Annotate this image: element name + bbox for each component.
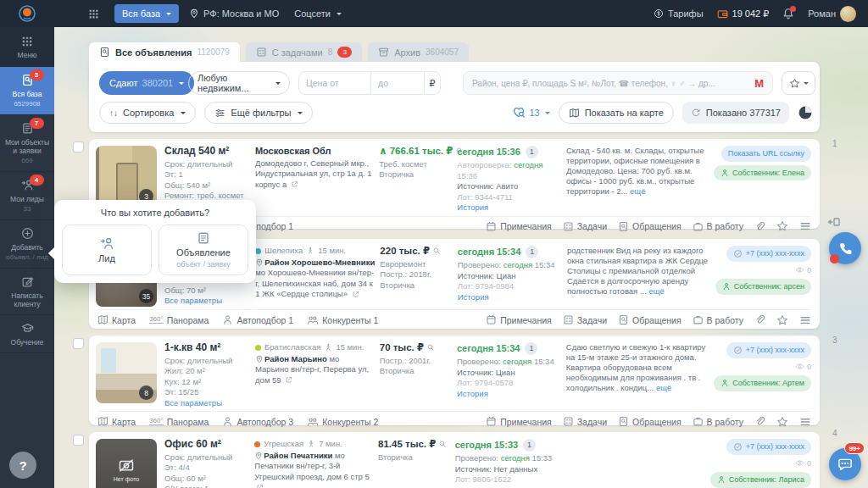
user-menu[interactable]: Роман (808, 6, 856, 22)
autoselect-link[interactable]: Автоподбор 3 (222, 416, 293, 427)
region-selector[interactable]: РФ: Москва и МО (189, 8, 279, 19)
more-link[interactable]: ещё (648, 286, 664, 296)
menu-lines-icon[interactable] (799, 416, 811, 428)
tasks-button[interactable]: Задачи (563, 416, 607, 427)
price-from-input[interactable] (299, 72, 370, 94)
add-lead-button[interactable]: Лид (62, 225, 152, 275)
more-filters-button[interactable]: Ещё фильтры (204, 102, 313, 124)
collapse-panel-icon[interactable] (827, 214, 841, 229)
sidebar-item-my-objects[interactable]: 7 Мои объекты и заявки 669 (0, 115, 54, 172)
phone-badge[interactable]: +7 (xxx) xxx-xxxx (726, 342, 811, 358)
menu-lines-icon[interactable] (799, 220, 811, 232)
notes-button[interactable]: Примечания (486, 314, 552, 325)
appeals-button[interactable]: Обращения (618, 221, 682, 232)
history-link[interactable]: История (455, 485, 487, 488)
shown-count-button[interactable]: Показано 377317 (682, 102, 789, 124)
tasks-button[interactable]: Задачи (563, 221, 607, 232)
owner-badge[interactable]: Собственник: Лариса (710, 472, 811, 488)
history-link[interactable]: История (457, 389, 488, 398)
chat-float-button[interactable]: 99+ (829, 448, 861, 480)
more-link[interactable]: ещё (656, 383, 671, 392)
metro-logo-icon[interactable]: М (754, 77, 772, 90)
listing-title[interactable]: Офис 60 м² (164, 439, 249, 450)
deal-type-dropdown[interactable]: Сдают 380201 (99, 71, 194, 95)
socials-menu[interactable]: Соцсети (294, 8, 342, 19)
saved-filters-button[interactable] (782, 71, 815, 95)
notes-button[interactable]: Примечания (486, 416, 552, 427)
competitors-link[interactable]: Конкуренты 1 (307, 314, 378, 326)
appeals-button[interactable]: Обращения (618, 416, 682, 427)
all-params-link[interactable]: Все параметры (164, 398, 222, 408)
property-type-dropdown[interactable]: Любую недвижим... (188, 71, 290, 95)
listing-checkbox[interactable] (73, 338, 84, 349)
external-link-icon[interactable] (291, 180, 298, 188)
paperclip-icon[interactable] (754, 416, 765, 427)
autoselect-link[interactable]: Автоподбор 1 (222, 314, 293, 325)
all-params-link[interactable]: Все параметры (164, 296, 222, 305)
sidebar-item-education[interactable]: Обучение (0, 315, 54, 353)
paperclip-icon[interactable] (754, 221, 765, 232)
tab-with-tasks[interactable]: С задачами 8 3 (246, 42, 363, 62)
tab-all-listings[interactable]: Все объявления 1120079 (89, 42, 240, 62)
competitors-link[interactable]: Конкуренты 2 (307, 416, 378, 428)
sidebar-item-write-client[interactable]: Написать клиенту (0, 269, 54, 315)
wallet-balance[interactable]: 19 042 ₽ (717, 8, 770, 19)
star-icon[interactable] (776, 220, 788, 232)
phone-badge[interactable]: +7 (xxx) xxx-xxxx (726, 246, 811, 262)
map-link[interactable]: Карта (97, 416, 136, 427)
owner-badge[interactable]: Собственник: Елена (714, 165, 811, 181)
search-input[interactable] (464, 79, 754, 88)
sidebar-item-menu[interactable]: Меню (0, 27, 54, 67)
help-button[interactable]: ? (9, 452, 36, 479)
sidebar-item-add[interactable]: Добавить объявл. / лид (0, 220, 54, 269)
panorama-link[interactable]: 360°Панорама (149, 417, 209, 427)
appeals-button[interactable]: Обращения (618, 314, 682, 325)
tariffs-link[interactable]: Тарифы (654, 8, 704, 19)
menu-lines-icon[interactable] (799, 314, 811, 326)
show-on-map-button[interactable]: Показать на карте (559, 102, 674, 124)
magnifier-icon[interactable] (426, 343, 435, 352)
show-url-button[interactable]: Показать URL ссылку (721, 146, 811, 162)
tab-archive[interactable]: Архив 3604057 (368, 42, 469, 62)
add-listing-button[interactable]: Объявление объект / заявку (159, 225, 248, 275)
magnifier-icon[interactable] (432, 247, 441, 255)
listing-title[interactable]: Склад 540 м² (164, 146, 250, 157)
history-link[interactable]: История (457, 202, 488, 212)
tasks-button[interactable]: Задачи (563, 314, 607, 325)
listing-checkbox[interactable] (73, 141, 84, 152)
more-link[interactable]: ещё (630, 186, 645, 196)
listing-photo[interactable]: 3 (96, 146, 157, 207)
sidebar-item-all-base[interactable]: 3 Вся база 6529908 (0, 67, 54, 115)
external-link-icon[interactable] (352, 291, 359, 298)
history-link[interactable]: История (458, 292, 489, 302)
star-icon[interactable] (776, 314, 788, 326)
owner-badge[interactable]: Собственник: арсен (715, 279, 811, 295)
listing-photo[interactable]: 8 (96, 342, 157, 403)
notes-button[interactable]: Примечания (486, 221, 552, 232)
panorama-link[interactable]: 360°Панорама (149, 315, 209, 325)
sidebar-item-my-leads[interactable]: 4 Мои лиды 33 (0, 172, 54, 220)
magnifier-icon[interactable] (438, 440, 447, 448)
to-work-button[interactable]: В работу (693, 314, 743, 325)
listing-photo[interactable]: Нет фото (96, 439, 157, 488)
paperclip-icon[interactable] (754, 314, 765, 325)
apps-grid-icon[interactable] (88, 8, 99, 19)
saved-searches-dropdown[interactable]: 13 (512, 106, 549, 119)
base-switcher-button[interactable]: Вся база (114, 4, 179, 23)
price-to-input[interactable] (370, 72, 424, 94)
to-work-button[interactable]: В работу (693, 416, 743, 427)
phone-badge[interactable]: +7 (xxx) xxx-xxxx (726, 439, 811, 455)
external-link-icon[interactable] (285, 376, 292, 384)
brand-logo[interactable] (0, 4, 54, 23)
call-float-button[interactable] (829, 232, 861, 264)
map-link[interactable]: Карта (97, 314, 136, 325)
to-work-button[interactable]: В работу (693, 221, 743, 232)
notifications-bell-icon[interactable] (782, 8, 794, 19)
owner-badge[interactable]: Собственник: Артем (714, 375, 811, 391)
listing-checkbox[interactable] (73, 435, 84, 446)
listing-title[interactable]: 1-к.кв 40 м² (164, 342, 250, 353)
stats-pie-icon[interactable] (798, 105, 813, 120)
sort-dropdown[interactable]: ↑↓ Сортировка (99, 102, 196, 124)
star-icon[interactable] (776, 416, 788, 428)
external-link-icon[interactable] (256, 484, 264, 488)
